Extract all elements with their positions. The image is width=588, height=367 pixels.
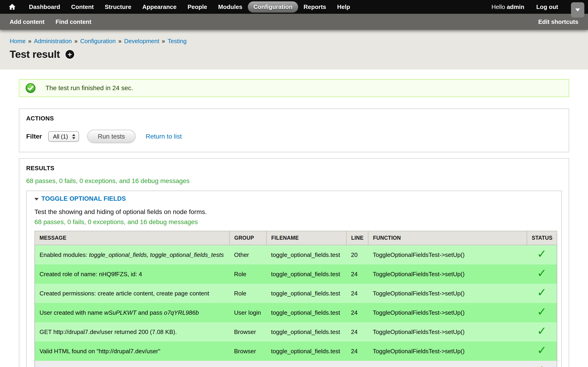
breadcrumb-link-development[interactable]: Development [124,38,159,44]
edit-shortcuts-link[interactable]: Edit shortcuts [538,18,578,25]
cell-filename: toggle_optional_fields.test [267,303,346,322]
actions-panel: ACTIONS Filter All (1) Run tests Return … [19,108,569,152]
pass-check-icon: ✓ [537,344,547,357]
cell-group: Browser [229,342,267,361]
pass-check-icon: ✓ [537,324,547,338]
nav-item-configuration[interactable]: Configuration [248,1,298,13]
cell-function: ToggleOptionalFieldsTest->setUp() [368,265,527,284]
breadcrumb-link-administration[interactable]: Administration [34,38,72,44]
test-group-fieldset: TOGGLE OPTIONAL FIELDS Test the showing … [26,191,562,367]
table-row: Created role of name: nHQ9fFZS, id: 4Rol… [35,265,557,284]
greeting-text: Hello admin [492,3,524,10]
nav-item-structure[interactable]: Structure [99,1,137,13]
table-row: Valid HTML found on "http://drupal7.dev/… [35,342,557,361]
main-content: The test run finished in 24 sec. ACTIONS… [0,69,588,367]
toolbar-toggle-button[interactable] [571,2,584,17]
filter-label: Filter [26,133,42,140]
cell-message: Created permissions: create article cont… [35,284,229,303]
nav-item-people[interactable]: People [182,1,212,13]
fieldset-summary: 68 passes, 0 fails, 0 exceptions, and 16… [35,218,553,226]
fieldset-legend-link[interactable]: TOGGLE OPTIONAL FIELDS [41,195,126,202]
filter-select[interactable]: All (1) [48,131,79,142]
breadcrumb-link-home[interactable]: Home [10,38,26,44]
message-text: Created role of name: nHQ9fFZS, id: 4 [40,271,142,277]
status-message: The test run finished in 24 sec. [19,79,569,97]
nav-item-modules[interactable]: Modules [213,1,248,13]
logout-link[interactable]: Log out [536,3,558,10]
nav-item-content[interactable]: Content [66,1,99,13]
status-message-text: The test run finished in 24 sec. [45,84,133,92]
shortcut-bar: Add contentFind content Edit shortcuts [0,14,588,30]
plus-circle-icon[interactable]: + [65,50,74,59]
results-summary: 68 passes, 0 fails, 0 exceptions, and 16… [26,177,562,185]
cell-group: Other [229,245,267,265]
return-to-list-link[interactable]: Return to list [146,133,182,140]
cell-status: ✓ [527,265,557,284]
page-title: Test result [10,48,60,60]
message-text: Enabled modules: [40,251,89,258]
nav-item-reports[interactable]: Reports [298,1,332,13]
results-panel: RESULTS 68 passes, 0 fails, 0 exceptions… [19,158,569,367]
cell-message: GET http://drupal7.dev/user returned 200… [35,322,229,342]
cell-line: 24 [346,265,368,284]
cell-group: Debug [229,361,267,367]
cell-status: ✓ [527,284,557,303]
cell-line: 24 [346,303,368,322]
table-row: Verbose messageDebugtoggle_optional_fiel… [35,361,557,367]
cell-filename: toggle_optional_fields.test [267,361,346,367]
cell-function: ToggleOptionalFieldsTest->setUp() [368,284,527,303]
cell-function: ToggleOptionalFieldsTest->setUp() [368,245,527,265]
cell-line: 24 [346,361,368,367]
pass-check-icon: ✓ [537,267,547,280]
run-tests-button[interactable]: Run tests [87,130,136,143]
breadcrumb: Home»Administration»Configuration»Develo… [10,38,578,45]
cell-status: ✓ [527,303,557,322]
cell-group: Role [229,284,267,303]
column-header-status: STATUS [527,231,557,245]
column-header-group: GROUP [229,231,267,245]
cell-filename: toggle_optional_fields.test [267,342,346,361]
pass-check-icon: ✓ [537,305,547,318]
message-text: Created permissions: create article cont… [40,290,209,297]
admin-toolbar: DashboardContentStructureAppearancePeopl… [0,0,588,14]
message-text: GET http://drupal7.dev/user returned 200… [40,328,177,335]
nav-item-dashboard[interactable]: Dashboard [23,1,66,13]
breadcrumb-link-testing[interactable]: Testing [168,38,187,44]
cell-status: ✓ [527,322,557,342]
breadcrumb-link-configuration[interactable]: Configuration [80,38,116,44]
home-icon[interactable] [7,3,17,11]
column-header-message: MESSAGE [35,231,229,245]
fieldset-description: Test the showing and hiding of optional … [35,208,553,216]
cell-line: 24 [346,284,368,303]
table-row: Enabled modules: toggle_optional_fields,… [35,245,557,265]
username: admin [507,3,524,10]
title-row: Test result + [10,48,578,60]
nav-item-appearance[interactable]: Appearance [137,1,182,13]
cell-group: Role [229,265,267,284]
nav-item-help[interactable]: Help [332,1,355,13]
results-table: MESSAGEGROUPFILENAMELINEFUNCTIONSTATUS E… [35,231,557,367]
shortcut-items: Add contentFind content [10,18,91,25]
cell-status: ✓ [527,342,557,361]
cell-function: ToggleOptionalFieldsTest->setUp() [368,303,527,322]
message-italic-text: wSuPLKWT [104,309,137,316]
breadcrumb-separator: » [162,38,165,44]
table-row: User created with name wSuPLKWT and pass… [35,303,557,322]
cell-status [527,361,557,367]
fieldset-legend-row: TOGGLE OPTIONAL FIELDS [35,195,553,202]
actions-heading: ACTIONS [26,115,562,122]
shortcut-link-add-content[interactable]: Add content [10,18,44,25]
cell-group: Browser [229,322,267,342]
cell-status: ✓ [527,245,557,265]
cell-filename: toggle_optional_fields.test [267,322,346,342]
shortcut-link-find-content[interactable]: Find content [56,18,91,25]
cell-message: Enabled modules: toggle_optional_fields,… [35,245,229,265]
cell-filename: toggle_optional_fields.test [267,284,346,303]
column-header-filename: FILENAME [267,231,346,245]
cell-function: ToggleOptionalFieldsTest->setUp() [368,342,527,361]
actions-row: Filter All (1) Run tests Return to list [26,130,562,143]
breadcrumb-separator: » [118,38,121,44]
cell-line: 24 [346,342,368,361]
pass-check-icon: ✓ [537,286,547,299]
column-header-function: FUNCTION [368,231,527,245]
